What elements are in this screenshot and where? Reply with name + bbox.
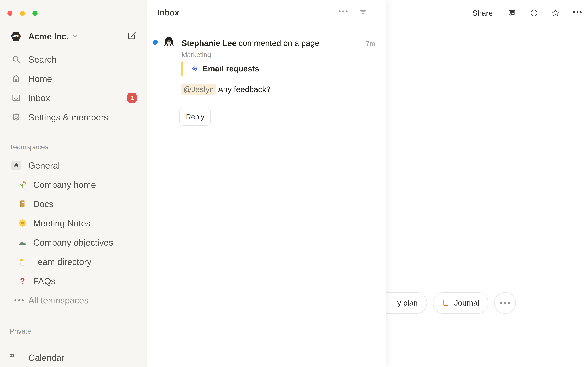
sidebar-item-team-directory[interactable]: Team directory [0,252,147,271]
sidebar-item-faqs[interactable]: ? FAQs [0,271,147,291]
teamspace-label: Docs [33,199,53,209]
sidebar-item-home[interactable]: Home [0,69,147,88]
inbox-icon [11,93,21,103]
more-dots-icon [500,302,510,304]
star-icon[interactable] [551,9,560,17]
teamspace-label: General [28,160,60,170]
sidebar-item-inbox[interactable]: Inbox 1 [0,88,147,108]
sidebar-item-calendar[interactable]: 21 Calendar [0,348,147,367]
sidebar-item-general[interactable]: General [0,156,147,175]
calendar-icon: 21 [11,353,21,362]
teamspace-label: Team directory [33,257,91,267]
teamspaces-section-label: Teamspaces [10,143,48,151]
teamspace-label: FAQs [33,276,55,286]
sidebar-item-search[interactable]: Search [0,50,147,69]
search-icon [11,55,21,64]
comment-text: @Jeslyn Any feedback? [182,84,271,95]
private-item-label: Calendar [28,352,64,363]
question-mark-icon: ? [18,276,27,285]
inbox-more-icon[interactable] [339,10,348,12]
all-teamspaces-label: All teamspaces [28,295,88,305]
home-icon [11,74,21,83]
sun-behind-cloud-icon [18,257,27,266]
rice-plant-icon [18,180,27,189]
chevron-down-icon [72,33,78,40]
teamspaces-list: General Com [0,156,147,310]
sidebar-item-label: Home [28,74,52,84]
minimize-window-button[interactable] [20,11,25,16]
reply-button[interactable]: Reply [180,108,211,125]
notebook-icon [18,200,27,208]
sidebar-item-label: Search [28,54,57,65]
sidebar-item-docs[interactable]: Docs [0,194,147,213]
more-dots-icon [15,296,23,305]
inbox-panel-title: Inbox [157,8,179,17]
sidebar-item-settings[interactable]: Settings & members [0,108,147,127]
close-window-button[interactable] [7,11,12,16]
gear-icon [11,112,21,122]
page-more-icon[interactable] [573,11,582,20]
avatar [162,36,176,49]
quote-bar [181,61,183,76]
shortcuts-more-button[interactable] [494,292,516,314]
notion-window: y plan Journal Share [0,0,588,367]
mention-chip[interactable]: @Jeslyn [182,84,216,94]
weekly-plan-label: y plan [397,299,418,307]
breadcrumb: Marketing [182,50,211,59]
comment-body: Any feedback? [218,85,271,94]
sidebar-item-company-home[interactable]: Company home [0,175,147,194]
page-reference[interactable]: Email requests [181,61,259,76]
inbox-unread-badge: 1 [127,93,137,103]
journal-pill[interactable]: Journal [433,292,488,314]
traffic-lights [7,11,37,16]
filter-icon[interactable] [358,7,367,17]
sidebar-item-all-teamspaces[interactable]: All teamspaces [0,291,147,310]
comment-icon[interactable] [508,9,516,17]
teamspace-label: Company objectives [33,237,113,248]
zoom-window-button[interactable] [33,11,37,16]
sidebar-item-label: Inbox [28,93,50,103]
workspace-logo: ACME [11,31,21,42]
workspace-switcher[interactable]: ACME Acme Inc. [0,30,147,43]
share-button[interactable]: Share [472,8,493,18]
teamspace-label: Company home [33,180,96,190]
sidebar-item-company-objectives[interactable]: Company objectives [0,233,147,252]
notification-divider [147,134,386,134]
bottom-shortcuts: y plan Journal [364,292,516,314]
sidebar-item-meeting-notes[interactable]: Meeting Notes [0,213,147,233]
new-page-icon[interactable] [127,31,137,41]
sidebar: ACME Acme Inc. Search [0,0,147,367]
notification-time: 7m [366,39,375,49]
notification-headline: Stephanie Lee commented on a page 7m [182,38,375,49]
clock-icon[interactable] [530,9,538,17]
blossom-icon [18,219,27,227]
mountain-icon [18,238,27,247]
private-section-label: Private [10,327,31,335]
journal-book-icon [442,299,450,307]
workspace-name: Acme Inc. [28,31,69,42]
house-icon [11,161,21,170]
cyclone-icon [190,64,199,73]
unread-dot [153,40,158,45]
sidebar-item-label: Settings & members [28,112,108,122]
inbox-panel: Inbox Stephani [147,0,386,367]
teamspace-label: Meeting Notes [33,218,90,228]
sidebar-nav: Search Home Inbox 1 [0,50,147,127]
page-title: Email requests [203,64,259,73]
notification-action: commented on a page [239,38,319,48]
author-name: Stephanie Lee [182,38,236,48]
journal-label: Journal [454,299,479,307]
